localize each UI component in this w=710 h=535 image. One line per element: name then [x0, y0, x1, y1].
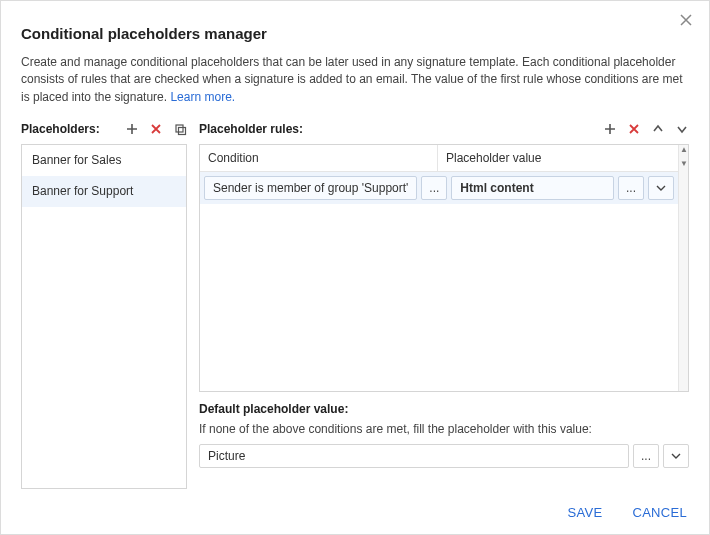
move-rule-down-icon[interactable] [675, 122, 689, 136]
rules-body: Sender is member of group 'Support' ... … [200, 172, 678, 391]
placeholder-item[interactable]: Banner for Support [22, 176, 186, 207]
rules-scrollbar[interactable]: ▲ ▼ [678, 145, 688, 391]
scroll-down-icon[interactable]: ▼ [679, 159, 689, 169]
column-value: Placeholder value [438, 145, 678, 171]
rules-table: ▲ ▼ Condition Placeholder value Sender i… [199, 144, 689, 392]
rules-column-headers: Condition Placeholder value [200, 145, 678, 172]
placeholders-label: Placeholders: [21, 122, 100, 136]
placeholder-item[interactable]: Banner for Sales [22, 145, 186, 176]
placeholders-toolbar [125, 122, 187, 136]
placeholders-panel: Placeholders: Banner for Sales Banner fo… [21, 118, 187, 489]
add-rule-icon[interactable] [603, 122, 617, 136]
copy-placeholder-icon[interactable] [173, 122, 187, 136]
intro-text: Create and manage conditional placeholde… [21, 54, 689, 106]
dialog: Conditional placeholders manager Create … [0, 0, 710, 535]
default-value-text[interactable]: Picture [199, 444, 629, 468]
move-rule-up-icon[interactable] [651, 122, 665, 136]
column-condition: Condition [200, 145, 438, 171]
page-title: Conditional placeholders manager [21, 25, 689, 42]
close-icon[interactable] [679, 13, 695, 29]
dialog-footer: SAVE CANCEL [21, 489, 689, 524]
default-section: Default placeholder value: If none of th… [199, 402, 689, 468]
svg-rect-1 [179, 128, 186, 135]
cancel-button[interactable]: CANCEL [630, 501, 689, 524]
rules-label: Placeholder rules: [199, 122, 303, 136]
learn-more-link[interactable]: Learn more. [170, 90, 235, 104]
default-dropdown-button[interactable] [663, 444, 689, 468]
intro-body: Create and manage conditional placeholde… [21, 55, 682, 104]
rule-value-cell: Html content ... [451, 176, 674, 200]
placeholders-list: Banner for Sales Banner for Support [21, 144, 187, 489]
svg-rect-0 [176, 125, 183, 132]
edit-condition-button[interactable]: ... [421, 176, 447, 200]
rule-value-text[interactable]: Html content [451, 176, 614, 200]
delete-rule-icon[interactable] [627, 122, 641, 136]
rules-panel: Placeholder rules: [199, 118, 689, 489]
value-dropdown-button[interactable] [648, 176, 674, 200]
rule-condition-text[interactable]: Sender is member of group 'Support' [204, 176, 417, 200]
rule-condition-cell: Sender is member of group 'Support' ... [204, 176, 447, 200]
edit-value-button[interactable]: ... [618, 176, 644, 200]
columns: Placeholders: Banner for Sales Banner fo… [21, 118, 689, 489]
placeholders-header: Placeholders: [21, 118, 187, 140]
default-label: Default placeholder value: [199, 402, 689, 416]
rule-row[interactable]: Sender is member of group 'Support' ... … [200, 172, 678, 204]
default-value-row: Picture ... [199, 444, 689, 468]
default-help: If none of the above conditions are met,… [199, 422, 689, 436]
delete-placeholder-icon[interactable] [149, 122, 163, 136]
rules-header-bar: Placeholder rules: [199, 118, 689, 140]
add-placeholder-icon[interactable] [125, 122, 139, 136]
scroll-up-icon[interactable]: ▲ [679, 145, 689, 155]
save-button[interactable]: SAVE [566, 501, 605, 524]
default-edit-button[interactable]: ... [633, 444, 659, 468]
rules-toolbar [603, 122, 689, 136]
